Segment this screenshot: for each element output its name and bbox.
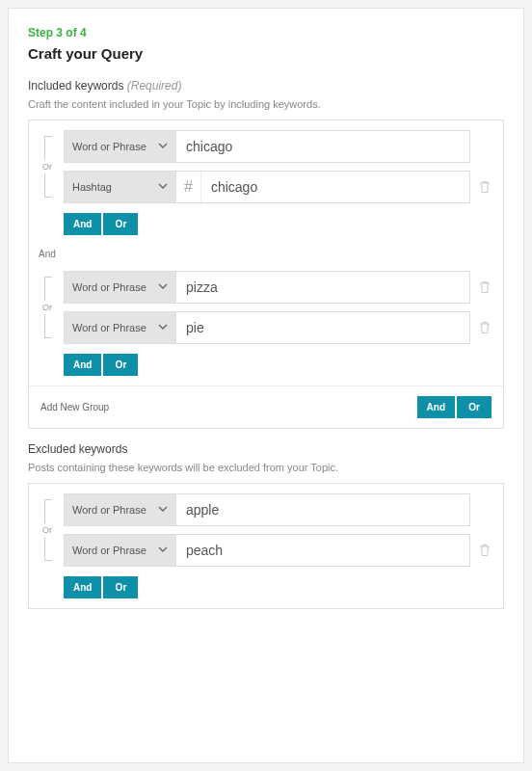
delete-row-icon[interactable] (478, 321, 492, 334)
keyword-input[interactable] (176, 312, 469, 343)
keyword-type-select[interactable]: Word or Phrase (65, 272, 176, 303)
keyword-row: Word or Phrase (64, 271, 492, 304)
or-button[interactable]: Or (103, 213, 138, 235)
excluded-groups-box: OrWord or PhraseWord or PhraseAndOr (28, 483, 504, 609)
step-label: Step 3 of 4 (28, 26, 504, 40)
chevron-down-icon (158, 504, 168, 514)
keyword-input[interactable] (176, 272, 469, 303)
delete-row-icon[interactable] (478, 544, 492, 557)
keyword-input[interactable] (176, 535, 469, 566)
keyword-type-label: Hashtag (72, 181, 112, 193)
or-rail: Or (40, 271, 64, 344)
or-rail-label: Or (42, 160, 52, 173)
group-button-row: AndOr (64, 354, 492, 376)
group-button-row: AndOr (64, 576, 492, 598)
or-button[interactable]: Or (103, 576, 138, 598)
keyword-type-label: Word or Phrase (72, 281, 146, 293)
add-new-group-button[interactable]: Add New Group (40, 402, 109, 412)
keyword-input[interactable] (176, 494, 469, 525)
keyword-type-label: Word or Phrase (72, 141, 146, 152)
excluded-heading: Excluded keywords (28, 442, 127, 456)
keyword-row-box: Word or Phrase (64, 271, 470, 304)
keyword-type-label: Word or Phrase (72, 504, 146, 516)
keyword-row: Word or Phrase (64, 534, 492, 567)
keyword-type-select[interactable]: Word or Phrase (65, 131, 176, 162)
hashtag-prefix-icon: # (176, 172, 201, 202)
page-title: Craft your Query (28, 45, 504, 62)
keyword-group: OrWord or PhraseWord or PhraseAndOr (29, 486, 503, 608)
delete-row-icon[interactable] (478, 280, 492, 294)
required-label: (Required) (127, 79, 182, 93)
or-rail-label: Or (42, 301, 52, 314)
keyword-type-label: Word or Phrase (72, 545, 146, 556)
chevron-down-icon (158, 545, 168, 554)
footer-or-button[interactable]: Or (457, 396, 492, 418)
query-builder-panel: Step 3 of 4 Craft your Query Included ke… (8, 8, 524, 763)
keyword-group: OrWord or PhraseWord or PhraseAndOr (29, 263, 503, 386)
keyword-type-select[interactable]: Word or Phrase (65, 312, 176, 343)
keyword-row: Word or Phrase (64, 311, 492, 344)
or-rail: Or (40, 130, 64, 203)
keyword-row-box: Word or Phrase (64, 493, 470, 526)
keyword-group: OrWord or PhraseHashtag#AndOr (29, 122, 503, 245)
keyword-type-select[interactable]: Word or Phrase (65, 494, 176, 525)
excluded-desc: Posts containing these keywords will be … (28, 462, 504, 473)
rows-container: Word or PhraseWord or Phrase (64, 271, 492, 344)
or-rail: Or (40, 493, 64, 567)
footer-and-button[interactable]: And (417, 396, 455, 418)
included-heading: Included keywords (Required) (28, 79, 181, 93)
chevron-down-icon (158, 181, 168, 191)
group-button-row: AndOr (64, 213, 492, 235)
and-button[interactable]: And (64, 354, 101, 376)
keyword-type-select[interactable]: Word or Phrase (65, 535, 176, 566)
rows-container: Word or PhraseWord or Phrase (64, 493, 492, 567)
keyword-type-label: Word or Phrase (72, 322, 146, 333)
or-rail-label: Or (42, 523, 52, 537)
included-groups-box: OrWord or PhraseHashtag#AndOrAndOrWord o… (28, 120, 504, 429)
keyword-row-box: Word or Phrase (64, 311, 470, 344)
chevron-down-icon (158, 141, 168, 150)
or-button[interactable]: Or (103, 354, 138, 376)
keyword-input[interactable] (176, 131, 469, 162)
keyword-input[interactable] (201, 172, 469, 202)
rows-container: Word or PhraseHashtag# (64, 130, 492, 203)
keyword-row-box: Word or Phrase (64, 534, 470, 567)
keyword-row-box: Word or Phrase (64, 130, 470, 163)
included-desc: Craft the content included in your Topic… (28, 98, 504, 110)
keyword-row: Hashtag# (64, 171, 492, 203)
included-heading-text: Included keywords (28, 79, 123, 93)
keyword-row-box: Hashtag# (64, 171, 470, 203)
and-join-label: And (39, 249, 503, 259)
keyword-type-select[interactable]: Hashtag (65, 172, 176, 202)
keyword-row: Word or Phrase (64, 130, 492, 163)
chevron-down-icon (158, 322, 168, 332)
keyword-row: Word or Phrase (64, 493, 492, 526)
group-footer: Add New Group And Or (29, 386, 503, 428)
chevron-down-icon (158, 281, 168, 291)
and-button[interactable]: And (64, 576, 101, 598)
delete-row-icon[interactable] (478, 180, 492, 194)
and-button[interactable]: And (64, 213, 101, 235)
